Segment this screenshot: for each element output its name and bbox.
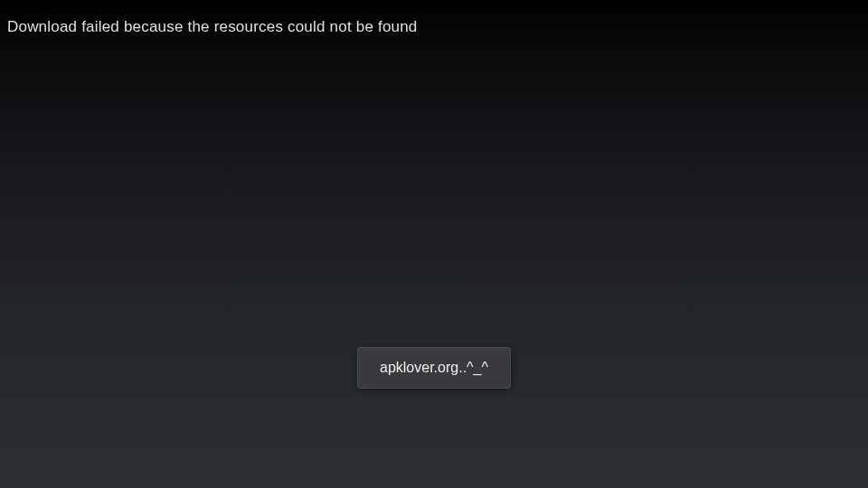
download-error-message: Download failed because the resources co… [7,18,418,36]
toast-notification: apklover.org..^_^ [357,347,511,389]
toast-text: apklover.org..^_^ [380,360,488,375]
